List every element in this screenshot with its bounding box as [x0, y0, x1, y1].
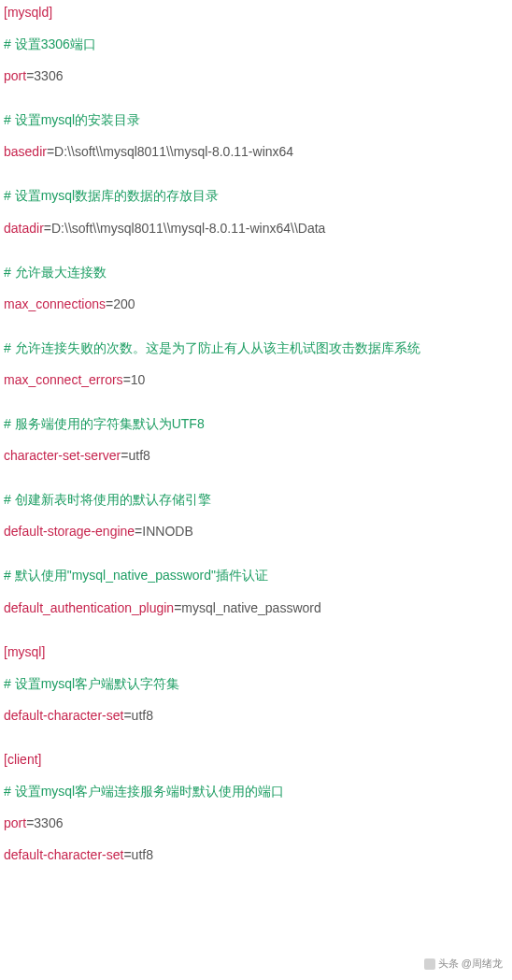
comment-text: # 设置mysql客户端连接服务端时默认使用的端口 — [4, 784, 284, 799]
value: 3306 — [34, 815, 63, 830]
section-label: [client] — [4, 752, 41, 767]
key: default-character-set — [4, 708, 123, 723]
comment-auth-plugin: # 默认使用"mysql_native_password"插件认证 — [4, 567, 508, 585]
comment-text: # 默认使用"mysql_native_password"插件认证 — [4, 568, 268, 583]
blank-line — [4, 739, 508, 751]
kv-auth-plugin: default_authentication_plugin=mysql_nati… — [4, 599, 508, 618]
blank-line — [4, 631, 508, 643]
comment-text: # 设置3306端口 — [4, 36, 96, 51]
equals: = — [123, 847, 131, 862]
comment-mysql-charset: # 设置mysql客户端默认字符集 — [4, 675, 508, 694]
key: default_authentication_plugin — [4, 600, 174, 615]
comment-basedir: # 设置mysql的安装目录 — [4, 111, 508, 130]
kv-port: port=3306 — [4, 67, 508, 86]
kv-basedir: basedir=D:\\soft\\mysql8011\\mysql-8.0.1… — [4, 143, 508, 162]
kv-client-port: port=3306 — [4, 814, 508, 833]
key: port — [4, 68, 26, 83]
blank-line — [4, 252, 508, 264]
key: default-character-set — [4, 847, 123, 862]
blank-line — [4, 555, 508, 567]
equals: = — [123, 708, 131, 723]
key: max_connect_errors — [4, 372, 123, 387]
comment-client: # 设置mysql客户端连接服务端时默认使用的端口 — [4, 783, 508, 801]
comment-text: # 创建新表时将使用的默认存储引擎 — [4, 492, 211, 507]
value: D:\\soft\\mysql8011\\mysql-8.0.11-winx64… — [51, 221, 325, 236]
equals: = — [123, 372, 131, 387]
value: 3306 — [34, 68, 63, 83]
section-label: [mysqld] — [4, 5, 52, 20]
blank-line — [4, 175, 508, 187]
key: basedir — [4, 144, 47, 159]
equals: = — [106, 296, 113, 311]
value: 10 — [131, 372, 146, 387]
comment-datadir: # 设置mysql数据库的数据的存放目录 — [4, 187, 508, 206]
kv-maxconn: max_connections=200 — [4, 295, 508, 314]
key: port — [4, 815, 26, 830]
blank-line — [4, 479, 508, 491]
kv-charset-server: character-set-server=utf8 — [4, 447, 508, 466]
value: 200 — [113, 296, 135, 311]
key: max_connections — [4, 296, 106, 311]
comment-text: # 设置mysql数据库的数据的存放目录 — [4, 188, 219, 203]
watermark-text: 头条 @周绪龙 — [438, 958, 503, 969]
value: utf8 — [128, 448, 149, 463]
blank-line — [4, 327, 508, 339]
kv-storage-engine: default-storage-engine=INNODB — [4, 523, 508, 541]
kv-datadir: datadir=D:\\soft\\mysql8011\\mysql-8.0.1… — [4, 220, 508, 238]
section-mysql: [mysql] — [4, 643, 508, 662]
equals: = — [44, 221, 51, 236]
section-client: [client] — [4, 751, 508, 770]
comment-text: # 服务端使用的字符集默认为UTF8 — [4, 416, 205, 431]
kv-client-charset: default-character-set=utf8 — [4, 846, 508, 865]
comment-maxconn: # 允许最大连接数 — [4, 264, 508, 282]
comment-maxconnerr: # 允许连接失败的次数。这是为了防止有人从该主机试图攻击数据库系统 — [4, 339, 508, 358]
value: INNODB — [142, 524, 192, 539]
kv-maxconnerr: max_connect_errors=10 — [4, 371, 508, 390]
comment-charset-server: # 服务端使用的字符集默认为UTF8 — [4, 415, 508, 434]
comment-text: # 允许最大连接数 — [4, 265, 107, 280]
section-mysqld: [mysqld] — [4, 4, 508, 22]
watermark: 头条 @周绪龙 — [424, 957, 503, 971]
comment-text: # 设置mysql的安装目录 — [4, 112, 140, 127]
key: character-set-server — [4, 448, 121, 463]
comment-port: # 设置3306端口 — [4, 36, 508, 54]
key: datadir — [4, 221, 44, 236]
value: utf8 — [132, 847, 153, 862]
comment-text: # 设置mysql客户端默认字符集 — [4, 676, 179, 691]
section-label: [mysql] — [4, 644, 45, 659]
comment-text: # 允许连接失败的次数。这是为了防止有人从该主机试图攻击数据库系统 — [4, 340, 420, 355]
equals: = — [47, 144, 54, 159]
value: mysql_native_password — [181, 600, 320, 615]
comment-storage-engine: # 创建新表时将使用的默认存储引擎 — [4, 491, 508, 510]
value: D:\\soft\\mysql8011\\mysql-8.0.11-winx64 — [54, 144, 293, 159]
key: default-storage-engine — [4, 524, 135, 539]
blank-line — [4, 99, 508, 111]
value: utf8 — [132, 708, 153, 723]
watermark-icon — [424, 958, 435, 970]
kv-mysql-charset: default-character-set=utf8 — [4, 707, 508, 726]
blank-line — [4, 403, 508, 415]
